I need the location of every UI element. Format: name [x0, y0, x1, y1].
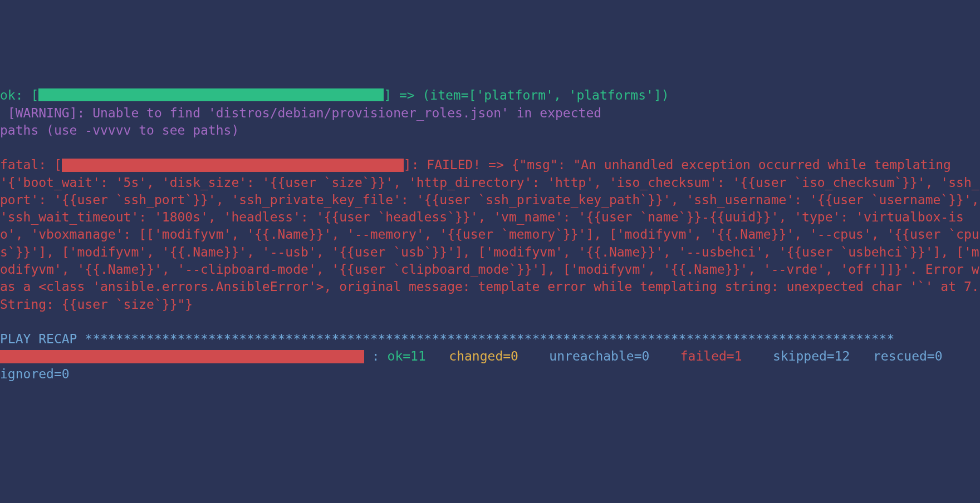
- ok-line-prefix: ok: [: [0, 88, 38, 102]
- recap-host-redacted: [0, 350, 364, 363]
- warning-line: [WARNING]: Unable to find 'distros/debia…: [0, 106, 601, 137]
- ok-line-suffix: ] => (item=['platform', 'platforms']): [384, 88, 669, 102]
- ok-host-redacted: [38, 88, 384, 101]
- recap-changed: changed=0: [449, 349, 549, 363]
- recap-failed: failed=1: [680, 349, 773, 363]
- play-recap-label: PLAY RECAP: [0, 332, 85, 346]
- recap-ok: ok=11: [388, 349, 449, 363]
- play-recap-stars: ****************************************…: [85, 332, 894, 346]
- fatal-host-redacted: [62, 159, 404, 172]
- recap-ignored: ignored=0: [0, 367, 70, 381]
- fatal-prefix: fatal: [: [0, 157, 62, 172]
- fatal-message: ]: FAILED! => {"msg": "An unhandled exce…: [0, 157, 980, 311]
- recap-colon: :: [364, 349, 388, 363]
- recap-unreachable: unreachable=0: [549, 349, 680, 363]
- recap-skipped: skipped=12: [773, 349, 873, 363]
- recap-rescued: rescued=0: [873, 349, 973, 363]
